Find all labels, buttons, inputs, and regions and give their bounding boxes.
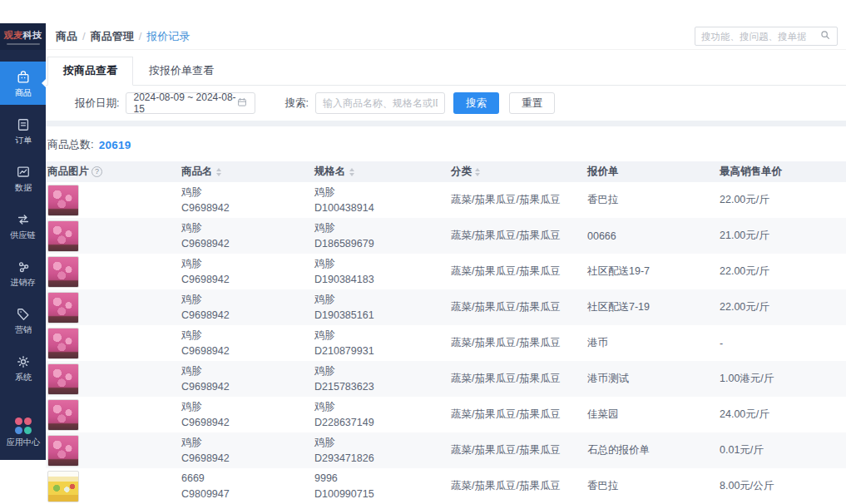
supply-chain-icon xyxy=(15,211,32,230)
table-body: 鸡胗C9698942 鸡胗D100438914 蔬菜/茄果瓜豆/茄果瓜豆 香巴拉… xyxy=(46,182,846,504)
tab-by-quote-sheet[interactable]: 按报价单查看 xyxy=(133,57,230,85)
col-header-category[interactable]: 分类 xyxy=(451,165,587,179)
topbar: 商品/商品管理/报价记录 xyxy=(46,23,846,50)
col-header-max-price: 最高销售单价 xyxy=(720,165,846,179)
product-total-count: 20619 xyxy=(99,139,131,151)
product-thumbnail[interactable] xyxy=(47,292,79,324)
date-range-picker[interactable]: 2024-08-09 ~ 2024-08-15 xyxy=(126,92,255,114)
product-name-cell: 鸡胗C9698942 xyxy=(181,256,314,286)
product-thumbnail[interactable] xyxy=(47,185,79,216)
help-icon[interactable] xyxy=(92,166,102,177)
app-screen: 观麦科技 商品 订单 数据 供应链 进销存 xyxy=(0,0,846,504)
category-cell: 蔬菜/茄果瓜豆/茄果瓜豆 xyxy=(451,229,587,243)
sidebar-item-app-center[interactable]: 应用中心 xyxy=(0,408,46,455)
spec-name-cell: 鸡胗D293471826 xyxy=(314,435,451,465)
breadcrumb-products[interactable]: 商品 xyxy=(56,30,77,42)
quote-sheet-cell: 佳菜园 xyxy=(587,408,720,422)
product-image-cell xyxy=(47,219,181,254)
sidebar-item-supply-chain[interactable]: 供应链 xyxy=(0,204,46,247)
product-name-cell: 鸡胗C9698942 xyxy=(181,292,314,322)
sidebar-item-label: 系统 xyxy=(14,373,31,381)
quote-sheet-cell: 香巴拉 xyxy=(587,479,720,493)
sidebar-item-inventory[interactable]: 进销存 xyxy=(0,251,46,294)
sidebar-item-label: 商品 xyxy=(14,88,31,96)
spec-name-cell: 鸡胗D190384183 xyxy=(314,256,451,286)
col-header-quote-sheet: 报价单 xyxy=(587,165,720,179)
product-thumbnail[interactable] xyxy=(47,328,79,359)
breadcrumb-current: 报价记录 xyxy=(146,30,190,42)
table-row: 鸡胗C9698942 鸡胗D210879931 蔬菜/茄果瓜豆/茄果瓜豆 港币 … xyxy=(46,325,846,361)
table-header-row: 商品图片 商品名 规格名 分类 报价单 最高销售单价 xyxy=(46,161,846,182)
view-tabs: 按商品查看 按报价单查看 xyxy=(46,50,846,86)
tag-icon xyxy=(15,306,32,325)
spec-name-cell: 鸡胗D186589679 xyxy=(314,220,451,250)
col-header-spec-name[interactable]: 规格名 xyxy=(314,165,451,179)
breadcrumb: 商品/商品管理/报价记录 xyxy=(56,29,190,44)
sidebar: 观麦科技 商品 订单 数据 供应链 进销存 xyxy=(0,23,46,460)
product-name-cell: 鸡胗C9698942 xyxy=(181,185,314,215)
inventory-icon xyxy=(15,259,32,278)
app-center-icon xyxy=(15,418,32,434)
table-row: 鸡胗C9698942 鸡胗D186589679 蔬菜/茄果瓜豆/茄果瓜豆 006… xyxy=(46,218,846,254)
product-image-cell xyxy=(47,254,181,289)
product-thumbnail[interactable] xyxy=(47,363,79,395)
quote-sheet-cell: 社区配送7-19 xyxy=(587,300,720,314)
product-thumbnail[interactable] xyxy=(47,256,79,288)
quote-table: 商品图片 商品名 规格名 分类 报价单 最高销售单价 鸡胗C9698942 鸡胗… xyxy=(46,161,846,504)
product-thumbnail[interactable] xyxy=(47,220,79,252)
product-total-summary: 商品总数: 20619 xyxy=(46,126,846,161)
max-price-cell: 22.00元/斤 xyxy=(720,300,846,314)
sort-icon[interactable] xyxy=(216,168,221,176)
reset-button[interactable]: 重置 xyxy=(509,92,555,114)
max-price-cell: 22.00元/斤 xyxy=(720,193,846,207)
product-name-cell: 鸡胗C9698942 xyxy=(181,363,314,393)
category-cell: 蔬菜/茄果瓜豆/茄果瓜豆 xyxy=(451,408,587,422)
quote-sheet-cell: 港币 xyxy=(587,336,720,350)
brand-slogan-strip xyxy=(7,43,40,45)
global-search-input[interactable] xyxy=(701,32,819,42)
sort-icon[interactable] xyxy=(349,168,354,176)
product-thumbnail[interactable] xyxy=(47,471,79,502)
max-price-cell: 1.00港元/斤 xyxy=(720,372,846,386)
col-header-product-name[interactable]: 商品名 xyxy=(181,165,314,179)
keyword-search-input[interactable] xyxy=(315,92,445,114)
tab-by-product[interactable]: 按商品查看 xyxy=(47,57,133,86)
sidebar-item-label: 供应链 xyxy=(10,230,35,239)
brand-name-red: 观麦 xyxy=(4,30,23,40)
sidebar-item-data[interactable]: 数据 xyxy=(0,156,46,200)
product-image-cell xyxy=(47,290,181,325)
calendar-icon xyxy=(236,96,248,111)
sort-icon[interactable] xyxy=(475,168,480,176)
date-range-label: 报价日期: xyxy=(75,96,119,111)
search-button[interactable]: 搜索 xyxy=(453,92,499,114)
sidebar-item-marketing[interactable]: 营销 xyxy=(0,299,46,342)
product-total-label: 商品总数: xyxy=(47,137,94,152)
product-thumbnail[interactable] xyxy=(47,435,79,467)
keyword-search-label: 搜索: xyxy=(284,96,308,111)
sidebar-item-system[interactable]: 系统 xyxy=(0,346,46,389)
quote-sheet-cell: 香巴拉 xyxy=(587,193,720,207)
product-name-cell: 鸡胗C9698942 xyxy=(181,399,314,429)
breadcrumb-product-management[interactable]: 商品管理 xyxy=(91,30,134,42)
product-image-cell xyxy=(47,362,181,397)
product-image-cell xyxy=(47,469,181,504)
spec-name-cell: 鸡胗D210879931 xyxy=(314,328,451,358)
table-row: 鸡胗C9698942 鸡胗D228637149 蔬菜/茄果瓜豆/茄果瓜豆 佳菜园… xyxy=(46,397,846,432)
sidebar-item-orders[interactable]: 订单 xyxy=(0,109,46,152)
category-cell: 蔬菜/茄果瓜豆/茄果瓜豆 xyxy=(451,264,587,279)
sidebar-item-label: 营销 xyxy=(14,325,31,334)
quote-sheet-cell: 社区配送19-7 xyxy=(587,264,720,279)
quote-sheet-cell: 石总的报价单 xyxy=(587,443,720,457)
table-row: 鸡胗C9698942 鸡胗D100438914 蔬菜/茄果瓜豆/茄果瓜豆 香巴拉… xyxy=(46,182,846,218)
spec-name-cell: 鸡胗D100438914 xyxy=(314,185,451,215)
table-row: 6669C9809947 9996D100990715 蔬菜/茄果瓜豆/茄果瓜豆… xyxy=(46,468,846,504)
search-icon[interactable] xyxy=(819,29,831,44)
product-image-cell xyxy=(47,398,181,432)
global-search-box[interactable] xyxy=(695,27,838,46)
sidebar-item-products[interactable]: 商品 xyxy=(0,62,46,105)
max-price-cell: 21.00元/斤 xyxy=(720,229,846,243)
max-price-cell: 8.00元/公斤 xyxy=(720,479,846,493)
quote-sheet-cell: 00666 xyxy=(587,230,720,242)
section-divider xyxy=(46,121,846,126)
product-thumbnail[interactable] xyxy=(47,399,79,431)
